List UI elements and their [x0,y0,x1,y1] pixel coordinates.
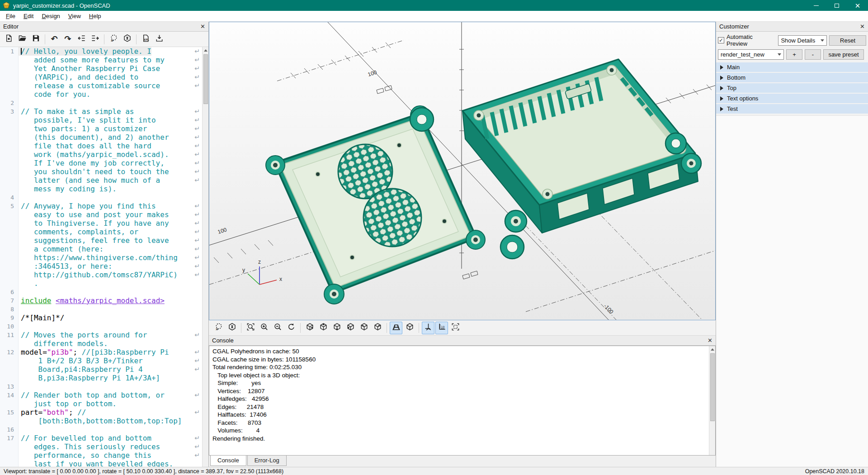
code-row[interactable]: 8 [0,305,202,314]
code-row[interactable]: 6 [0,288,202,296]
remove-preset-button[interactable]: - [805,49,821,60]
code-row[interactable]: 3// To make it as simple as↵ [0,107,202,116]
code-row[interactable]: edges. This seriously reduces↵ [0,442,202,451]
menu-view[interactable]: View [64,11,85,21]
zoom-in-button[interactable] [258,322,270,334]
code-row[interactable]: 12model="pi3b"; //[pi3b:Raspberry Pi↵ [0,348,202,356]
preview-button[interactable]: » [107,33,120,46]
send-button[interactable] [153,33,165,46]
code-row[interactable]: B,pi3a:Raspberry Pi 1A+/3A+] [0,374,202,382]
section-bottom[interactable]: Bottom [716,73,868,82]
console-scrollbar-thumb[interactable] [710,353,715,421]
tab-console[interactable]: Console [210,456,246,466]
section-main[interactable]: Main [716,62,868,72]
details-dropdown[interactable]: Show Details [778,35,827,46]
open-button[interactable] [16,33,28,46]
editor-close-icon[interactable]: ✕ [200,24,205,29]
save-button[interactable] [29,33,42,46]
code-row[interactable]: 5// Anyway, I hope you find this↵ [0,202,202,210]
code-row[interactable]: a comment (here:↵ [0,245,202,253]
tab-error-log[interactable]: Error-Log [247,456,287,466]
reset-button[interactable]: Reset [829,35,866,46]
automatic-preview-checkbox[interactable]: ✓ [718,37,724,43]
console-output[interactable]: CGAL Polyhedrons in cache: 50CGAL cache … [209,346,709,455]
code-row[interactable]: work (maths/yarpic_model.scad).↵ [0,150,202,159]
view-back-button[interactable] [371,322,384,334]
code-row[interactable]: https://www.thingiverse.com/thing↵ [0,253,202,262]
code-row[interactable]: 4 [0,193,202,202]
preset-dropdown[interactable]: render_test_new [718,49,784,60]
code-row[interactable]: 1// Hello, you lovely people. I↵ [0,47,202,56]
editor-scrollbar[interactable] [202,47,208,467]
menu-help[interactable]: Help [85,11,105,21]
menu-edit[interactable]: Edit [19,11,38,21]
code-row[interactable]: 10 [0,322,202,331]
code-row[interactable]: Yet Another Raspberry Pi Case↵ [0,64,202,73]
export-stl-button[interactable]: STL [139,33,152,46]
code-row[interactable]: 2 [0,99,202,107]
code-row[interactable]: . [0,279,202,288]
view-all-button[interactable] [449,322,462,334]
console-close-icon[interactable]: ✕ [708,337,712,343]
code-row[interactable]: last if you want bevelled edges. [0,460,202,467]
section-test[interactable]: Test [716,104,868,114]
code-row[interactable]: code for you. [0,90,202,99]
view-right-button[interactable] [303,322,316,334]
code-row[interactable]: Board,pi4:Raspberry Pi 4↵ [0,365,202,374]
editor-scrollbar-thumb[interactable] [203,54,208,104]
render-button[interactable] [121,33,133,46]
code-row[interactable]: file that does all the hard↵ [0,142,202,150]
code-row[interactable]: 11// Moves the ports around for↵ [0,331,202,339]
section-text-options[interactable]: Text options [716,94,868,103]
3d-viewport[interactable]: 100 100 -100 [209,22,716,320]
zoom-out-button[interactable] [271,322,284,334]
code-row[interactable]: If I've done my job correctly,↵ [0,159,202,167]
new-file-button[interactable] [2,33,15,46]
code-row[interactable]: different models. [0,339,202,348]
code-row[interactable]: suggestions, feel free to leave↵ [0,236,202,245]
code-row[interactable]: (YARPiC), and decided to↵ [0,73,202,81]
zoom-all-button[interactable] [244,322,257,334]
code-row[interactable]: possible, I've split it into↵ [0,116,202,124]
code-row[interactable]: [both:Both,bottom:Bottom,top:Top] [0,417,202,425]
code-row[interactable]: 15part="both"; //↵ [0,408,202,417]
code-row[interactable]: release a customizable source↵ [0,81,202,90]
orthographic-button[interactable] [403,322,416,334]
customizer-close-icon[interactable]: ✕ [860,24,865,29]
code-row[interactable]: 17// For bevelled top and bottom↵ [0,434,202,442]
scroll-up-icon[interactable] [203,47,208,53]
console-scrollbar[interactable] [709,346,715,455]
perspective-button[interactable] [390,322,402,334]
undo-button[interactable]: ↶ [48,33,61,46]
indent-button[interactable] [89,33,101,46]
menu-design[interactable]: Design [38,11,64,21]
save-preset-button[interactable]: save preset [823,49,864,60]
redo-button[interactable]: ↷ [61,33,74,46]
code-row[interactable]: 16 [0,425,202,434]
code-row[interactable]: 9/*[Main]*/ [0,314,202,322]
code-row[interactable]: 13 [0,382,202,391]
code-row[interactable]: easy to use and post your makes↵ [0,210,202,219]
code-row[interactable]: (this document), and 2) another↵ [0,133,202,142]
code-row[interactable]: 1 B+/2 B/3 B/3 B+/Tinker↵ [0,356,202,365]
code-row[interactable]: added some more features to my↵ [0,56,202,64]
code-row[interactable]: comments, complaints, or↵ [0,228,202,236]
view-bottom-button[interactable] [330,322,343,334]
code-row[interactable]: :3464513, or here:↵ [0,262,202,271]
code-row[interactable]: 7include <maths/yarpic_model.scad> [0,296,202,305]
code-editor[interactable]: 1// Hello, you lovely people. I↵ added s… [0,47,202,467]
code-row[interactable]: mess my coding is). [0,185,202,193]
minimize-button[interactable] [806,0,826,11]
code-row[interactable]: just top or bottom. [0,399,202,408]
view-top-button[interactable] [317,322,330,334]
add-preset-button[interactable]: + [786,49,802,60]
crosshairs-button[interactable] [422,322,434,334]
view-front-button[interactable] [358,322,370,334]
section-top[interactable]: Top [716,83,868,93]
maximize-button[interactable] [826,0,847,11]
code-row[interactable]: to Thingiverse. If you have any↵ [0,219,202,228]
preview-button[interactable]: » [212,322,225,334]
unindent-button[interactable] [75,33,88,46]
menu-file[interactable]: File [2,11,19,21]
view-left-button[interactable] [344,322,357,334]
